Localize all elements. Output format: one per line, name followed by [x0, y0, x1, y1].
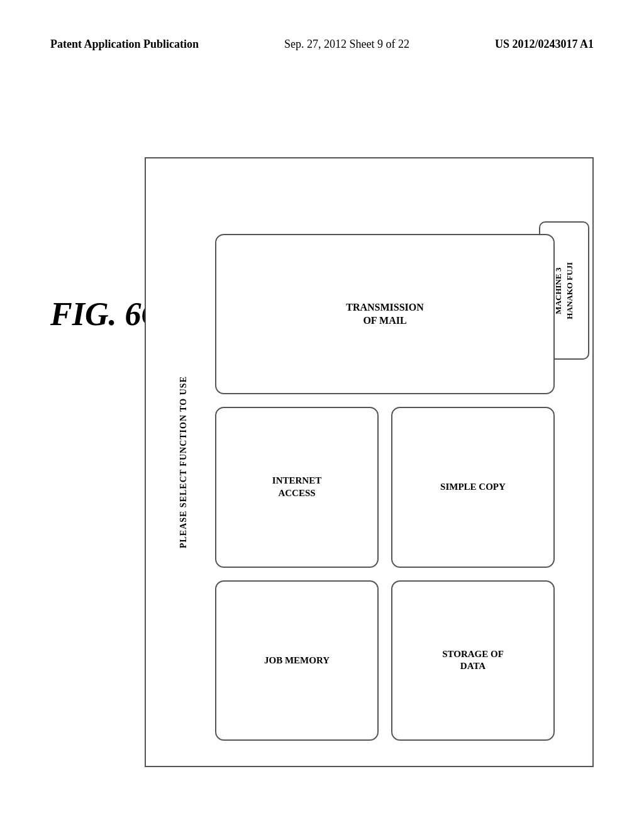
page-header: Patent Application Publication Sep. 27, …	[50, 38, 594, 51]
storage-data-button[interactable]: STORAGE OF DATA	[391, 580, 555, 741]
machine-label: MACHINE 3 HANAKO FUJI	[553, 262, 575, 319]
diagram-area: B PLEASE SELECT FUNCTION TO USE MACHINE …	[126, 107, 594, 767]
outer-label: PLEASE SELECT FUNCTION TO USE	[165, 158, 203, 766]
inner-content: MACHINE 3 HANAKO FUJI TRANSMISSION OF MA…	[203, 209, 592, 766]
outer-frame: PLEASE SELECT FUNCTION TO USE MACHINE 3 …	[145, 157, 594, 767]
internet-button[interactable]: INTERNET ACCESS	[215, 407, 379, 567]
publication-label: Patent Application Publication	[50, 38, 199, 51]
date-sheet-label: Sep. 27, 2012 Sheet 9 of 22	[284, 38, 409, 51]
patent-number-label: US 2012/0243017 A1	[495, 38, 594, 51]
simple-copy-button[interactable]: SIMPLE COPY	[391, 407, 555, 567]
job-memory-button[interactable]: JOB MEMORY	[215, 580, 379, 741]
transmission-button[interactable]: TRANSMISSION OF MAIL	[215, 234, 555, 394]
buttons-area: TRANSMISSION OF MAIL INTERNET ACCESS SIM…	[215, 234, 555, 741]
